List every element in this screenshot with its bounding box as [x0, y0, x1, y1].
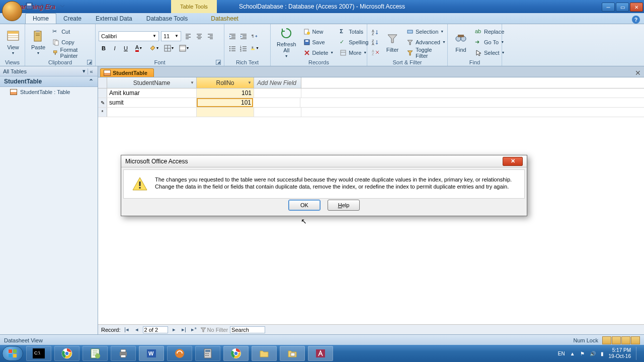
qat-dropdown-icon[interactable]: [58, 2, 66, 10]
new-row-selector[interactable]: *: [98, 108, 107, 117]
underline-button[interactable]: U: [121, 43, 131, 53]
language-indicator[interactable]: EN: [558, 351, 565, 356]
replace-button[interactable]: abReplace: [473, 27, 507, 37]
dialog-close-button[interactable]: ✕: [503, 157, 523, 166]
sort-desc-button[interactable]: ZA: [370, 37, 380, 47]
italic-button[interactable]: I: [110, 43, 120, 53]
help-icon[interactable]: ?: [632, 16, 640, 24]
minimize-button[interactable]: ─: [602, 3, 615, 12]
bullets-button[interactable]: [227, 43, 237, 53]
clear-sort-button[interactable]: AZ: [370, 47, 380, 57]
qat-undo-icon[interactable]: [36, 2, 44, 10]
align-left-button[interactable]: [183, 31, 193, 41]
tab-external-data[interactable]: External Data: [89, 14, 139, 24]
spelling-button[interactable]: ✓Spelling: [338, 37, 370, 47]
record-position-input[interactable]: [143, 326, 168, 333]
tab-datasheet[interactable]: Datasheet: [204, 14, 246, 24]
paste-button[interactable]: Paste▼: [28, 28, 48, 56]
cell-new[interactable]: [197, 108, 254, 117]
pivot-table-view-button[interactable]: [612, 336, 621, 344]
start-button[interactable]: [2, 346, 23, 361]
taskbar-folder[interactable]: [280, 346, 305, 361]
cell-new[interactable]: [107, 108, 197, 117]
taskbar-printer[interactable]: [111, 346, 136, 361]
design-view-button[interactable]: [631, 336, 640, 344]
filter-button[interactable]: Filter: [382, 31, 403, 54]
dialog-help-button[interactable]: Help: [328, 200, 360, 211]
highlight-button[interactable]: ▼: [250, 43, 260, 53]
dialog-titlebar[interactable]: Microsoft Office Access ✕: [121, 155, 527, 167]
taskbar-calculator[interactable]: [195, 346, 220, 361]
taskbar-explorer[interactable]: [252, 346, 277, 361]
nav-pane-header[interactable]: All Tables ▾ «: [0, 66, 98, 76]
taskbar-notepadpp[interactable]: [83, 346, 108, 361]
increase-indent-button[interactable]: [238, 31, 249, 41]
view-button[interactable]: View▼: [3, 28, 23, 56]
document-tab-studenttable[interactable]: StudentTable: [100, 68, 154, 77]
cell-studentname[interactable]: Amit kumar: [107, 88, 197, 98]
toggle-filter-button[interactable]: Toggle Filter: [405, 48, 448, 58]
last-record-button[interactable]: ▸|: [180, 326, 188, 333]
decrease-indent-button[interactable]: [227, 31, 237, 41]
copy-button[interactable]: Copy: [50, 37, 92, 47]
maximize-button[interactable]: ▭: [616, 3, 629, 12]
column-dropdown-icon[interactable]: ▼: [248, 80, 252, 85]
align-center-button[interactable]: [194, 31, 204, 41]
tray-up-icon[interactable]: ▲: [570, 351, 575, 356]
delete-record-button[interactable]: Delete ▼: [301, 48, 336, 58]
cell-studentname[interactable]: sumit: [107, 98, 197, 107]
column-dropdown-icon[interactable]: ▼: [190, 80, 194, 85]
row-selector-editing[interactable]: ✎: [98, 98, 107, 107]
tray-action-center-icon[interactable]: ⚑: [580, 351, 585, 356]
nav-item-studenttable[interactable]: StudentTable : Table: [0, 87, 98, 97]
office-button[interactable]: [2, 1, 22, 21]
taskbar-chrome[interactable]: [54, 346, 79, 361]
dialog-ok-button[interactable]: OK: [288, 200, 320, 211]
tab-home[interactable]: Home: [25, 13, 56, 24]
show-desktop-button[interactable]: [636, 347, 640, 360]
cell-empty[interactable]: [254, 88, 301, 98]
font-size-selector[interactable]: 11▼: [161, 31, 181, 41]
new-record-nav-button[interactable]: ▸*: [190, 326, 198, 333]
taskbar-chrome2[interactable]: [223, 346, 249, 361]
advanced-filter-button[interactable]: Advanced ▼: [405, 37, 448, 47]
search-input[interactable]: [230, 326, 265, 333]
column-header-rollno[interactable]: RollNo▼: [197, 77, 254, 88]
taskbar-cmd[interactable]: C:\: [26, 346, 51, 361]
sort-asc-button[interactable]: AZ: [370, 27, 380, 37]
nav-group-header[interactable]: StudentTable⌃: [0, 76, 98, 87]
ltr-button[interactable]: ¶: [250, 31, 260, 41]
prev-record-button[interactable]: ◂: [133, 326, 141, 333]
cell-rollno-editing[interactable]: 101: [197, 98, 253, 107]
font-color-button[interactable]: A ▼: [132, 43, 146, 53]
clipboard-launcher-icon[interactable]: ◢: [87, 60, 92, 65]
qat-redo-icon[interactable]: [47, 2, 55, 10]
refresh-all-button[interactable]: Refresh All▼: [274, 25, 299, 59]
tray-network-icon[interactable]: ▮: [601, 351, 604, 356]
datasheet-view-button[interactable]: [602, 336, 611, 344]
gridlines-button[interactable]: ▼: [162, 43, 176, 53]
next-record-button[interactable]: ▸: [170, 326, 178, 333]
column-header-studentname[interactable]: StudentName▼: [107, 77, 197, 88]
numbering-button[interactable]: 123: [238, 43, 249, 53]
cut-button[interactable]: ✂Cut: [50, 27, 92, 37]
format-painter-button[interactable]: Format Painter: [50, 48, 92, 58]
taskbar-access[interactable]: [308, 346, 333, 361]
more-records-button[interactable]: More ▼: [338, 48, 370, 58]
new-record-button[interactable]: New: [301, 27, 336, 37]
cell-rollno[interactable]: 101: [197, 88, 254, 98]
alt-row-color-button[interactable]: ▼: [177, 43, 191, 53]
selection-button[interactable]: Selection ▼: [405, 27, 448, 37]
tab-database-tools[interactable]: Database Tools: [139, 14, 195, 24]
first-record-button[interactable]: |◂: [123, 326, 131, 333]
select-all-corner[interactable]: [98, 77, 107, 88]
find-button[interactable]: Find: [451, 31, 471, 54]
fill-color-button[interactable]: ▼: [147, 43, 161, 53]
qat-save-icon[interactable]: [25, 2, 33, 10]
document-close-icon[interactable]: ✕: [635, 69, 641, 77]
totals-button[interactable]: ΣTotals: [338, 27, 370, 37]
close-button[interactable]: ✕: [630, 3, 643, 12]
goto-button[interactable]: ➜Go To ▼: [473, 37, 507, 47]
pivot-chart-view-button[interactable]: [621, 336, 630, 344]
taskbar-app[interactable]: [167, 346, 192, 361]
